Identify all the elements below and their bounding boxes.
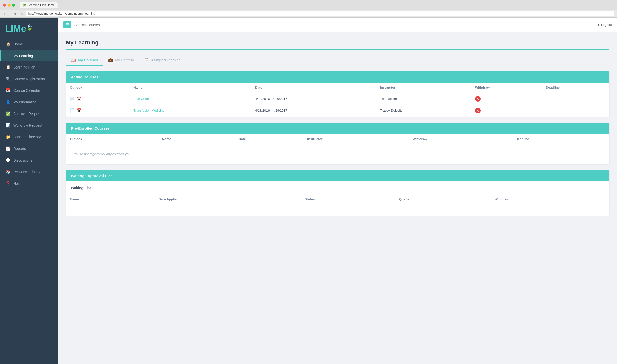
sidebar-item-course-calendar[interactable]: 📅 Course Calendar [0, 85, 58, 96]
sidebar-item-workflow-request[interactable]: 📊 Workflow Request [0, 120, 58, 131]
logout-label: Log out [601, 23, 612, 27]
withdraw-button-1[interactable]: ✕ [475, 108, 481, 114]
maximize-dot[interactable] [12, 4, 15, 7]
logo-area: LIMe🍃 [0, 18, 58, 38]
search-input[interactable] [74, 23, 593, 27]
address-bar[interactable] [26, 11, 614, 16]
nav-menu: 🏠 Home 🖊 My Learning 📋 Learning Plan 🔍 C… [0, 38, 58, 189]
pre-enrolled-header: Pre-Enrolled Courses [66, 123, 609, 134]
date-cell-0: 4/18/2016 - 4/29/2017 [251, 93, 376, 105]
table-row: You're not register for any courses yet. [66, 144, 609, 164]
table-row: 📄 📅 Transfusion Medicine 4/18/2016 - 4/2… [66, 105, 609, 117]
sidebar-item-approval-requests[interactable]: ✅ Approval Requests [0, 108, 58, 120]
nav-icon-learning-plan: 📋 [6, 65, 10, 70]
tabs: 📖 My Courses 💼 My Portfolio 📋 Assigned L… [66, 55, 609, 66]
pre-enrolled-card: Pre-Enrolled Courses Outlook Name Date I… [66, 123, 609, 164]
pre-enrolled-thead-row: Outlook Name Date Instructor Withdraw De… [66, 134, 609, 144]
tab-my-courses-label: My Courses [78, 58, 98, 62]
nav-icon-workflow-request: 📊 [6, 123, 10, 128]
logout-icon: ➜ [597, 23, 600, 27]
table-row: 📄 📅 Blue Code 4/18/2016 - 4/29/2017 Thom… [66, 93, 609, 105]
sidebar-item-discussions[interactable]: 💬 Discussions [0, 154, 58, 166]
back-button[interactable]: ‹ [3, 11, 6, 16]
tab-my-courses[interactable]: 📖 My Courses [66, 55, 103, 66]
active-courses-table: Outlook Name Date Instructor Withdraw De… [66, 83, 609, 117]
nav-label-learning-plan: Learning Plan [13, 65, 35, 69]
calendar-icon-0[interactable]: 📅 [76, 96, 81, 101]
withdraw-cell-1: ✕ [471, 105, 542, 117]
nav-icon-help: ❓ [6, 181, 10, 186]
sidebar-item-help[interactable]: ❓ Help [0, 178, 58, 189]
wait-col-withdraw: Withdraw [490, 194, 609, 204]
withdraw-button-0[interactable]: ✕ [475, 96, 481, 102]
nav-label-workflow-request: Workflow Request [13, 123, 42, 127]
main-area: ☰ ➜ Log out My Learning 📖 My Courses 💼 M… [58, 18, 617, 364]
sidebar-item-my-learning[interactable]: 🖊 My Learning [0, 50, 58, 61]
sidebar-item-resource-library[interactable]: 📚 Resource Library [0, 166, 58, 178]
topbar: ☰ ➜ Log out [58, 18, 617, 32]
waiting-thead-row: Name Date Applied Status Queue Withdraw [66, 194, 609, 204]
course-link-0[interactable]: Blue Code [133, 97, 149, 101]
outlook-cell-1: 📄 📅 [66, 105, 129, 117]
logout-button[interactable]: ➜ Log out [597, 23, 612, 27]
nav-label-my-information: My information [13, 100, 37, 104]
nav-label-home: Home [13, 42, 23, 46]
browser-titlebar: 🌿 Learning Link Home [0, 0, 617, 10]
doc-icon-0[interactable]: 📄 [70, 96, 75, 101]
active-courses-body: Outlook Name Date Instructor Withdraw De… [66, 83, 609, 117]
app-wrapper: LIMe🍃 🏠 Home 🖊 My Learning 📋 Learning Pl… [0, 18, 617, 364]
browser-addressbar: ‹ › ↺ ⌂ [0, 10, 617, 17]
sidebar-item-reports[interactable]: 📈 Reports [0, 143, 58, 154]
active-courses-thead-row: Outlook Name Date Instructor Withdraw De… [66, 83, 609, 93]
tab-my-portfolio-label: My Portfolio [115, 58, 134, 62]
tab-my-portfolio[interactable]: 💼 My Portfolio [103, 55, 139, 66]
hamburger-button[interactable]: ☰ [63, 21, 71, 28]
name-cell-1: Transfusion Medicine [129, 105, 251, 117]
my-courses-icon: 📖 [71, 58, 76, 62]
sidebar-item-home[interactable]: 🏠 Home [0, 38, 58, 50]
minimize-dot[interactable] [8, 4, 11, 7]
nav-icon-home: 🏠 [6, 42, 10, 47]
active-courses-card: Active Courses Outlook Name Date Instruc… [66, 71, 609, 117]
name-cell-0: Blue Code [129, 93, 251, 105]
course-link-1[interactable]: Transfusion Medicine [133, 109, 164, 112]
nav-icon-my-information: 👤 [6, 100, 10, 104]
sidebar-item-learner-directory[interactable]: 📁 Learner Directory [0, 131, 58, 143]
col-withdraw: Withdraw [471, 83, 542, 93]
waiting-approval-header: Waiting | Approval List [66, 170, 609, 181]
wait-col-date-applied: Date Applied [155, 194, 301, 204]
app-logo: LIMe🍃 [5, 24, 53, 33]
home-button[interactable]: ⌂ [20, 11, 24, 16]
empty-message: You're not register for any courses yet. [66, 144, 609, 164]
my-portfolio-icon: 💼 [108, 58, 113, 62]
waiting-approval-card: Waiting | Approval List Waiting List Nam… [66, 170, 609, 216]
calendar-icon-1[interactable]: 📅 [76, 108, 81, 113]
sidebar: LIMe🍃 🏠 Home 🖊 My Learning 📋 Learning Pl… [0, 18, 58, 364]
sidebar-item-my-information[interactable]: 👤 My information [0, 96, 58, 108]
close-dot[interactable] [3, 4, 6, 7]
sidebar-item-course-registration[interactable]: 🔍 Course Registration [0, 73, 58, 85]
pre-col-deadline: Deadline [511, 134, 609, 144]
tab-assigned-learning[interactable]: 📋 Assigned Learning [139, 55, 186, 66]
pre-col-outlook: Outlook [66, 134, 158, 144]
sidebar-item-learning-plan[interactable]: 📋 Learning Plan [0, 61, 58, 73]
nav-icon-resource-library: 📚 [6, 170, 10, 174]
withdraw-cell-0: ✕ [471, 93, 542, 105]
nav-label-approval-requests: Approval Requests [13, 112, 43, 116]
col-outlook: Outlook [66, 83, 129, 93]
refresh-button[interactable]: ↺ [13, 11, 18, 16]
col-instructor: Instructor [376, 83, 471, 93]
nav-label-discussions: Discussions [13, 158, 32, 162]
nav-label-help: Help [13, 181, 21, 186]
nav-icon-learner-directory: 📁 [6, 135, 10, 139]
browser-tab[interactable]: 🌿 Learning Link Home [20, 2, 58, 8]
nav-label-learner-directory: Learner Directory [13, 135, 41, 139]
pre-enrolled-body: Outlook Name Date Instructor Withdraw De… [66, 134, 609, 164]
nav-label-resource-library: Resource Library [13, 170, 40, 174]
wait-col-status: Status [301, 194, 395, 204]
page-title: My Learning [66, 39, 609, 50]
waiting-approval-body: Waiting List Name Date Applied Status Qu… [66, 181, 609, 216]
forward-button[interactable]: › [8, 11, 11, 16]
outlook-cell-0: 📄 📅 [66, 93, 129, 105]
doc-icon-1[interactable]: 📄 [70, 108, 75, 113]
